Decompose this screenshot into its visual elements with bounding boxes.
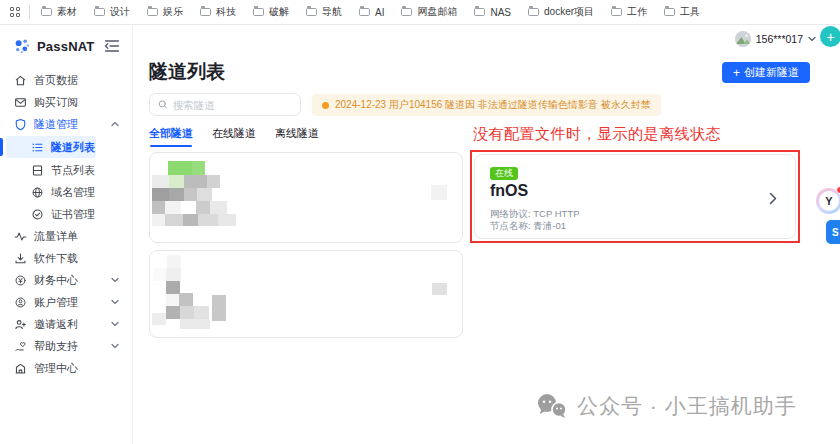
sidebar-item-label: 财务中心 [34,273,78,288]
sidebar-item-tunnel-management[interactable]: 隧道管理 [0,113,132,135]
bookmark-folder[interactable]: 工具 [664,5,700,19]
bookmark-folder[interactable]: 素材 [41,5,77,19]
extension-glyph-icon: Y [819,191,839,211]
sidebar-item-account-management[interactable]: 账户管理 [0,291,132,313]
tunnel-card-fnos[interactable]: 在线 fnOS 网络协议: TCP HTTP 节点名称: 青浦-01 [474,154,796,239]
browser-extension-widget[interactable]: Y [816,188,840,214]
sidebar-item-cert-management[interactable]: 证书管理 [0,203,132,225]
sidebar-item-label: 流量详单 [34,229,78,244]
sidebar-item-label: 管理中心 [34,361,78,376]
app-window: PassNAT 首页数据 购买订阅 隧道管理 隧道列表 [0,26,840,444]
blurred-tunnel-card[interactable] [149,152,463,243]
folder-icon [611,8,622,16]
search-box [149,93,301,116]
username: 156***017 [756,33,803,45]
sidebar: PassNAT 首页数据 购买订阅 隧道管理 隧道列表 [0,26,133,444]
sidebar-item-label: 节点列表 [51,163,95,178]
user-menu[interactable]: 156***017 [735,31,816,47]
sidebar-item-software-download[interactable]: 软件下载 [0,247,132,269]
sidebar-menu: 首页数据 购买订阅 隧道管理 隧道列表 节点列表 域名管理 [0,65,132,379]
side-panel-button[interactable]: S [826,220,840,244]
certificate-check-icon [31,208,44,221]
bookmark-label: 科技 [216,5,236,19]
sidebar-item-label: 首页数据 [34,73,78,88]
bookmark-folder[interactable]: 娱乐 [147,5,183,19]
tunnel-name: fnOS [490,182,528,200]
admin-building-icon [14,362,27,375]
sidebar-item-label: 购买订阅 [34,95,78,110]
tab-all-tunnels[interactable]: 全部隧道 [149,126,193,147]
bookmark-folder[interactable]: 导航 [306,5,342,19]
status-badge: 在线 [490,167,518,180]
annotation-text: 没有配置文件时，显示的是离线状态 [473,125,721,144]
bookmark-folder[interactable]: 网盘邮箱 [401,5,457,19]
bookmark-folder[interactable]: NAS [474,7,511,18]
divider [29,5,30,19]
bookmarks-bar: 素材 设计 娱乐 科技 破解 导航 AI 网盘邮箱 NAS docker项目 工… [0,0,840,25]
watermark: 公众号 · 小王搞机助手 [536,392,797,420]
bookmark-label: 素材 [57,5,77,19]
plus-icon: + [733,67,740,79]
bookmark-folder[interactable]: 科技 [200,5,236,19]
bookmark-label: docker项目 [544,5,594,19]
watermark-text: 公众号 · 小王搞机助手 [577,392,797,420]
create-tunnel-button[interactable]: + 创建新隧道 [722,62,810,83]
sidebar-item-traffic-detail[interactable]: 流量详单 [0,225,132,247]
search-input[interactable] [173,99,292,111]
passnat-logo-icon [13,37,31,55]
chevron-down-icon [111,343,119,349]
sidebar-item-label: 账户管理 [34,295,78,310]
folder-icon [401,8,412,16]
sidebar-item-label: 隧道列表 [51,140,95,155]
folder-icon [253,8,264,16]
apps-grid-icon[interactable] [10,7,20,17]
bookmark-folder[interactable]: 设计 [94,5,130,19]
sidebar-item-invite-rebate[interactable]: 邀请返利 [0,313,132,335]
ban-notice: 2024-12-23 用户104156 隧道因 非法通过隧道传输色情影音 被永久… [312,94,661,116]
bookmark-folder[interactable]: 工作 [611,5,647,19]
sidebar-item-subscribe[interactable]: 购买订阅 [0,91,132,113]
folder-icon [664,8,675,16]
bookmark-label: 导航 [322,5,342,19]
download-icon [14,252,27,265]
sidebar-item-label: 隧道管理 [34,117,78,132]
folder-icon [200,8,211,16]
invite-user-icon [14,318,27,331]
ban-notice-text: 2024-12-23 用户104156 隧道因 非法通过隧道传输色情影音 被永久… [335,98,651,112]
floating-add-button[interactable]: + [820,26,840,47]
sidebar-item-tunnel-list[interactable]: 隧道列表 [6,136,96,158]
chevron-down-icon [111,277,119,283]
list-icon [31,141,44,154]
sidebar-item-help-support[interactable]: 帮助支持 [0,335,132,357]
help-heart-icon [14,340,27,353]
sidebar-item-admin-center[interactable]: 管理中心 [0,357,132,379]
sidebar-item-home-data[interactable]: 首页数据 [0,69,132,91]
plus-icon: + [826,29,834,45]
sidebar-item-node-list[interactable]: 节点列表 [0,159,132,181]
folder-icon [306,8,317,16]
tab-offline-tunnels[interactable]: 离线隧道 [275,126,319,147]
chevron-down-icon [808,36,816,42]
bookmark-folder[interactable]: 破解 [253,5,289,19]
globe-icon [31,186,44,199]
sidebar-item-domain-management[interactable]: 域名管理 [0,181,132,203]
sidebar-item-label: 软件下载 [34,251,78,266]
node-icon [31,164,44,177]
chevron-right-icon[interactable] [769,192,777,205]
folder-icon [94,8,105,16]
blurred-tunnel-card[interactable] [149,250,463,338]
bookmark-label: AI [375,7,384,18]
folder-icon [359,8,370,16]
folder-icon [528,8,539,16]
avatar [735,31,751,47]
chevron-up-icon [111,121,119,127]
home-icon [14,74,27,87]
sidebar-collapse-icon[interactable] [104,39,120,53]
sidebar-item-finance-center[interactable]: 财务中心 [0,269,132,291]
bookmark-folder[interactable]: AI [359,7,384,18]
create-tunnel-label: 创建新隧道 [744,65,799,80]
bookmark-folder[interactable]: docker项目 [528,5,594,19]
tab-online-tunnels[interactable]: 在线隧道 [212,126,256,147]
bookmark-label: 设计 [110,5,130,19]
tunnel-tabs: 全部隧道 在线隧道 离线隧道 [149,126,319,147]
